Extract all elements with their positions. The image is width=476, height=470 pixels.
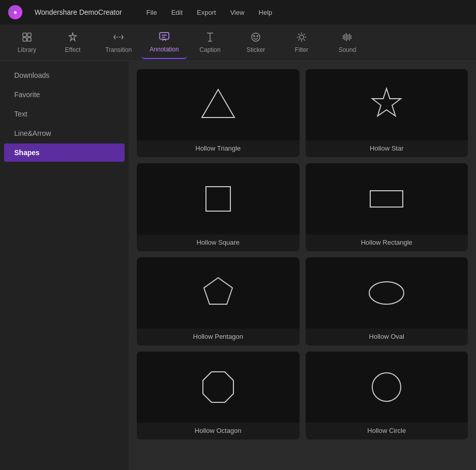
shape-hollow-rectangle[interactable]: Hollow Rectangle	[306, 163, 468, 251]
shape-hollow-square[interactable]: Hollow Square	[137, 163, 300, 251]
sidebar-item-favorite[interactable]: Favorite	[4, 85, 125, 104]
shape-hollow-triangle[interactable]: Hollow Triangle	[137, 69, 300, 157]
svg-rect-2	[23, 38, 26, 41]
filter-icon	[296, 32, 307, 44]
sidebar-item-downloads[interactable]: Downloads	[4, 66, 125, 84]
menu-edit[interactable]: Edit	[165, 7, 189, 18]
shape-label-triangle: Hollow Triangle	[195, 140, 241, 157]
svg-line-22	[299, 39, 300, 40]
menu-view[interactable]: View	[224, 7, 251, 18]
shape-preview-pentagon	[137, 257, 300, 329]
shape-preview-star	[306, 69, 468, 140]
toolbar-effect[interactable]: Effect	[50, 26, 96, 59]
shape-label-pentagon: Hollow Pentagon	[193, 329, 243, 345]
svg-rect-32	[370, 191, 403, 207]
toolbar-library[interactable]: Library	[4, 26, 50, 59]
svg-marker-30	[372, 89, 401, 116]
svg-point-36	[372, 373, 401, 401]
svg-rect-1	[27, 33, 31, 37]
svg-line-20	[304, 39, 305, 40]
svg-point-34	[369, 282, 404, 304]
svg-point-14	[300, 35, 304, 39]
menu-bar: File Edit Export View Help	[140, 7, 279, 18]
shape-preview-triangle	[137, 69, 300, 140]
shape-hollow-star[interactable]: Hollow Star	[306, 69, 468, 157]
svg-rect-5	[160, 33, 169, 39]
shape-preview-square	[137, 163, 300, 234]
shape-label-square: Hollow Square	[196, 234, 240, 251]
toolbar: Library Effect Transition	[0, 24, 476, 61]
shapes-content: Hollow Triangle Hollow Star Hollow	[129, 61, 476, 470]
svg-marker-33	[204, 278, 232, 304]
toolbar-annotation[interactable]: Annotation	[141, 26, 187, 59]
transition-icon	[113, 32, 124, 44]
shape-preview-circle	[306, 351, 468, 423]
toolbar-library-label: Library	[18, 46, 37, 53]
svg-line-19	[299, 34, 300, 35]
sidebar-item-shapes[interactable]: Shapes	[4, 143, 125, 162]
effect-icon	[67, 32, 78, 44]
app-title: Wondershare DemoCreator	[35, 8, 122, 16]
svg-rect-3	[27, 38, 31, 41]
shape-hollow-octagon[interactable]: Hollow Octagon	[137, 351, 300, 439]
menu-export[interactable]: Export	[191, 7, 222, 18]
shape-label-oval: Hollow Oval	[369, 329, 404, 345]
app-logo: ●	[8, 5, 22, 19]
shape-preview-octagon	[137, 351, 300, 423]
shapes-grid: Hollow Triangle Hollow Star Hollow	[137, 69, 468, 439]
svg-point-12	[254, 36, 255, 37]
toolbar-annotation-label: Annotation	[150, 46, 178, 53]
shape-label-octagon: Hollow Octagon	[195, 423, 242, 439]
menu-file[interactable]: File	[140, 7, 163, 18]
shape-hollow-pentagon[interactable]: Hollow Pentagon	[137, 257, 300, 345]
toolbar-transition[interactable]: Transition	[96, 26, 141, 59]
shape-hollow-circle[interactable]: Hollow Circle	[306, 351, 468, 439]
caption-icon	[204, 32, 216, 44]
shape-hollow-oval[interactable]: Hollow Oval	[306, 257, 468, 345]
menu-help[interactable]: Help	[253, 7, 279, 18]
sound-icon	[342, 32, 353, 44]
svg-point-13	[257, 36, 258, 37]
sidebar-item-linearrow[interactable]: Line&Arrow	[4, 124, 125, 142]
toolbar-caption-label: Caption	[199, 46, 220, 53]
sticker-icon	[250, 32, 261, 44]
svg-marker-35	[203, 372, 233, 402]
svg-line-21	[304, 34, 305, 35]
main-area: Downloads Favorite Text Line&Arrow Shape…	[0, 61, 476, 470]
sidebar: Downloads Favorite Text Line&Arrow Shape…	[0, 61, 129, 470]
toolbar-effect-label: Effect	[65, 46, 80, 53]
toolbar-filter[interactable]: Filter	[279, 26, 324, 59]
library-icon	[21, 32, 33, 44]
titlebar: ● Wondershare DemoCreator File Edit Expo…	[0, 0, 476, 24]
toolbar-sticker[interactable]: Sticker	[233, 26, 279, 59]
toolbar-sound[interactable]: Sound	[324, 26, 370, 59]
shape-label-rectangle: Hollow Rectangle	[361, 234, 412, 251]
shape-preview-rectangle	[306, 163, 468, 234]
toolbar-sound-label: Sound	[339, 46, 356, 53]
svg-marker-29	[202, 90, 234, 118]
toolbar-caption[interactable]: Caption	[187, 26, 233, 59]
shape-label-circle: Hollow Circle	[367, 423, 406, 439]
svg-rect-0	[23, 33, 26, 37]
toolbar-sticker-label: Sticker	[247, 46, 265, 53]
sidebar-item-text[interactable]: Text	[4, 105, 125, 123]
toolbar-transition-label: Transition	[105, 46, 132, 53]
annotation-icon	[159, 31, 170, 44]
toolbar-filter-label: Filter	[295, 46, 309, 53]
shape-label-star: Hollow Star	[370, 140, 403, 157]
shape-preview-oval	[306, 257, 468, 329]
svg-rect-31	[206, 187, 230, 211]
svg-point-11	[252, 33, 260, 41]
